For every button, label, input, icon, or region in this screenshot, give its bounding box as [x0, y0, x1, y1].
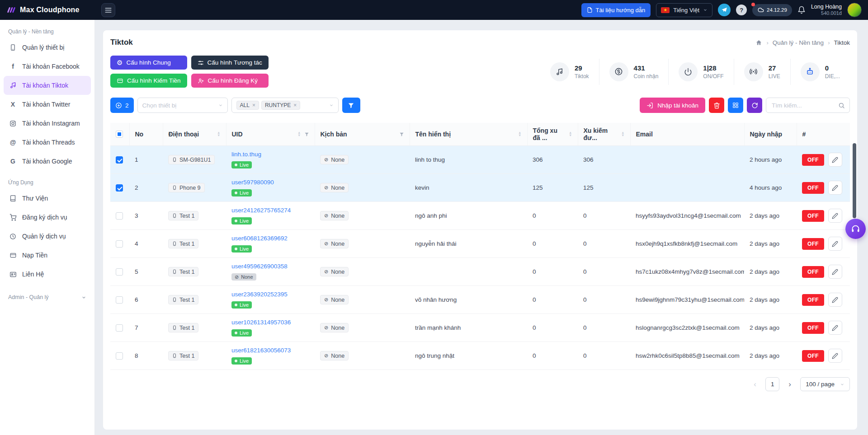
edit-button[interactable] [828, 293, 842, 307]
row-checkbox[interactable] [116, 240, 123, 248]
edit-button[interactable] [828, 237, 842, 251]
docs-button[interactable]: Tài liệu hướng dẫn [581, 3, 651, 17]
next-page-button[interactable]: › [783, 378, 796, 391]
uid-link[interactable]: user597980090 [231, 179, 274, 186]
stat-coins[interactable]: 431 Coin nhận [599, 59, 669, 85]
breadcrumb-platform[interactable]: Quản lý - Nền tảng [773, 39, 824, 46]
sidebar-section-admin[interactable]: Admin - Quản lý [0, 290, 94, 304]
column-script[interactable]: Kịch bản [315, 123, 410, 146]
version-badge[interactable]: 24.12.29 [752, 4, 792, 16]
edit-button[interactable] [828, 209, 842, 223]
row-checkbox[interactable] [116, 296, 123, 304]
uid-link[interactable]: user24126275765274 [231, 207, 291, 214]
sidebar-item-instagram-accounts[interactable]: Tài khoản Instagram [4, 114, 91, 133]
table-row[interactable]: 4 Test 1 user6068126369692 [110, 230, 850, 258]
select-all-checkbox[interactable] [116, 131, 123, 138]
row-checkbox[interactable] [116, 156, 123, 164]
stat-die[interactable]: 0 DIE,... [790, 59, 850, 85]
power-off-button[interactable]: OFF [802, 238, 824, 250]
general-config-button[interactable]: ⚙ Cấu hình Chung [110, 56, 187, 70]
uid-link[interactable]: user10261314957036 [231, 319, 291, 326]
power-off-button[interactable]: OFF [802, 182, 824, 194]
table-row[interactable]: 2 Phone 9 user597980090 [110, 174, 850, 202]
runtype-select[interactable]: ALL × RUNTYPE × [231, 98, 339, 113]
sort-icon[interactable]: ▲▼ [569, 131, 572, 137]
row-checkbox[interactable] [116, 352, 123, 360]
register-config-button[interactable]: Cấu hình Đăng Ký [191, 74, 269, 88]
help-icon[interactable]: ? [736, 5, 747, 15]
bell-icon[interactable] [797, 6, 806, 14]
uid-link[interactable]: user6068126369692 [231, 235, 288, 242]
search-icon[interactable] [838, 102, 845, 109]
sidebar-item-device-management[interactable]: Quản lý thiết bị [4, 38, 91, 57]
sort-icon[interactable]: ▲▼ [518, 131, 521, 137]
support-button[interactable] [845, 219, 866, 239]
filter-icon[interactable] [399, 132, 404, 137]
uid-link[interactable]: user4959626900358 [231, 263, 288, 270]
power-off-button[interactable]: OFF [802, 266, 824, 278]
page-size-select[interactable]: 100 / page [800, 377, 850, 391]
sidebar-item-threads-accounts[interactable]: @ Tài khoản Threads [4, 133, 91, 152]
language-selector[interactable]: ★ Tiếng Việt [656, 3, 712, 17]
power-off-button[interactable]: OFF [802, 210, 824, 222]
row-checkbox[interactable] [116, 268, 123, 276]
sort-icon[interactable]: ▲▼ [297, 131, 301, 137]
power-off-button[interactable]: OFF [802, 294, 824, 306]
table-row[interactable]: 3 Test 1 user24126275765274 [110, 202, 850, 230]
device-select[interactable]: Chọn thiết bị [137, 98, 228, 113]
sidebar-toggle-button[interactable] [101, 3, 115, 17]
app-logo[interactable]: Max Cloudphone [6, 5, 95, 15]
sidebar-item-library[interactable]: Thư Viện [4, 189, 91, 208]
edit-button[interactable] [828, 349, 842, 363]
user-info[interactable]: Long Hoàng 540.001đ [811, 4, 842, 16]
edit-button[interactable] [828, 153, 842, 167]
power-off-button[interactable]: OFF [802, 322, 824, 334]
stat-tiktok[interactable]: 29 Tiktok [540, 59, 599, 85]
table-row[interactable]: 8 Test 1 user61821630056073 [110, 342, 850, 370]
sidebar-item-top-up[interactable]: Nạp Tiền [4, 246, 91, 265]
grid-view-button[interactable] [728, 98, 743, 113]
row-checkbox[interactable] [116, 212, 123, 220]
sidebar-item-service-management[interactable]: Quản lý dịch vụ [4, 227, 91, 246]
remove-tag-icon[interactable]: × [293, 103, 297, 108]
sidebar-item-service-signup[interactable]: Đăng ký dịch vụ [4, 208, 91, 227]
uid-link[interactable]: user2363920252395 [231, 291, 288, 298]
apply-filter-button[interactable] [342, 98, 360, 113]
stat-live[interactable]: 27 LIVE [734, 59, 790, 85]
power-off-button[interactable]: OFF [802, 350, 824, 362]
remove-tag-icon[interactable]: × [252, 103, 255, 108]
import-accounts-button[interactable]: Nhập tài khoản [640, 98, 705, 113]
power-off-button[interactable]: OFF [802, 154, 824, 166]
prev-page-button[interactable]: ‹ [749, 378, 761, 391]
row-checkbox[interactable] [116, 324, 123, 332]
filter-icon[interactable] [304, 132, 309, 137]
table-row[interactable]: 7 Test 1 user10261314957036 [110, 314, 850, 342]
stat-on-off[interactable]: 1|28 ON/OFF [668, 59, 733, 85]
table-row[interactable]: 5 Test 1 user4959626900358 [110, 258, 850, 286]
sidebar-item-google-accounts[interactable]: G Tài khoản Google [4, 152, 91, 171]
row-checkbox[interactable] [116, 184, 123, 192]
edit-button[interactable] [828, 321, 842, 335]
uid-link[interactable]: linh.to.thug [231, 151, 261, 158]
avatar[interactable] [847, 3, 862, 17]
interaction-config-button[interactable]: Cấu hình Tương tác [191, 56, 269, 70]
column-earned-coins[interactable]: Xu kiếm đư... ▲▼ [578, 123, 630, 146]
column-uid[interactable]: UID ▲▼ [226, 123, 315, 146]
search-input[interactable] [771, 102, 835, 109]
page-number[interactable]: 1 [765, 377, 779, 391]
sidebar-item-facebook-accounts[interactable]: f Tài khoản Facebook [4, 57, 91, 76]
telegram-icon[interactable] [718, 4, 731, 16]
scrollbar-thumb[interactable] [853, 143, 856, 218]
sort-icon[interactable]: ▲▼ [217, 131, 220, 137]
breadcrumb-current[interactable]: Tiktok [834, 39, 850, 46]
table-row[interactable]: 6 Test 1 user2363920252395 [110, 286, 850, 314]
selected-count-button[interactable]: 2 [110, 98, 134, 113]
sidebar-item-tiktok-accounts[interactable]: Tài khoản Tiktok [4, 76, 91, 95]
column-display-name[interactable]: Tên hiển thị ▲▼ [410, 123, 527, 146]
refresh-button[interactable] [747, 98, 762, 113]
sort-icon[interactable]: ▲▼ [621, 131, 624, 137]
monetize-config-button[interactable]: Cấu hình Kiếm Tiền [110, 74, 187, 88]
column-phone[interactable]: Điện thoại ▲▼ [163, 123, 226, 146]
delete-button[interactable] [709, 98, 724, 113]
home-icon[interactable] [755, 39, 762, 46]
